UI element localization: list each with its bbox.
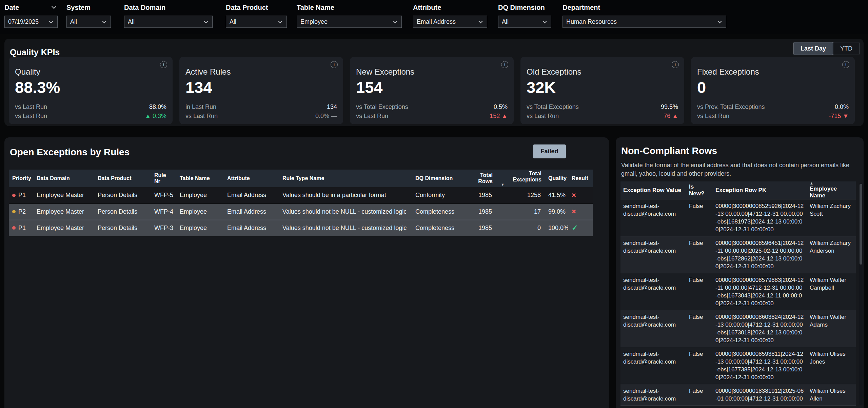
column-header-quality[interactable]: Quality bbox=[545, 170, 568, 187]
range-toggle: Last Day YTD bbox=[793, 42, 860, 55]
column-header-rule-nr[interactable]: Rule Nr bbox=[151, 170, 176, 187]
cell-is-new: False bbox=[686, 384, 713, 406]
rules-header-row: Priority Data Domain Data Product Rule N… bbox=[9, 170, 593, 187]
filter-label: Attribute bbox=[413, 3, 487, 12]
noncompliant-row[interactable]: sendmail-test-discard@oracle.com False 0… bbox=[620, 310, 856, 347]
info-icon[interactable]: i bbox=[331, 61, 338, 68]
cell-exception-row-pk: 00000|300000008579883|2024-12-11 00:00:0… bbox=[713, 273, 807, 310]
cell-rule-type-name: Values should not be NULL - customized l… bbox=[279, 203, 412, 220]
info-icon[interactable]: i bbox=[501, 61, 508, 68]
rule-row[interactable]: P1 Employee Master Person Details WFP-5 … bbox=[9, 187, 593, 203]
noncompliant-row[interactable]: sendmail-test-discard@oracle.com False 0… bbox=[620, 273, 856, 310]
noncompliant-row[interactable]: sendmail-test-discard@oracle.com False 0… bbox=[620, 199, 856, 236]
chevron-down-icon bbox=[102, 19, 106, 23]
filter-dropdown[interactable]: Email Address bbox=[413, 16, 487, 28]
filter-selected-value: 07/19/2025 bbox=[8, 18, 39, 25]
chevron-down-icon bbox=[393, 19, 397, 23]
cell-total-exceptions: 17 bbox=[496, 203, 545, 220]
filter-block: Date 07/19/2025 bbox=[4, 3, 58, 28]
kpi-card-row: i Quality 88.3% vs Last Run 88.0% vs Las… bbox=[9, 57, 855, 124]
cell-exception-row-value: sendmail-test-discard@oracle.com bbox=[620, 236, 686, 273]
column-header-priority[interactable]: Priority bbox=[9, 170, 33, 187]
column-header-exception-row-pk[interactable]: Exception Row PK bbox=[713, 181, 807, 199]
cell-total-rows: 1985 bbox=[465, 203, 496, 220]
rule-row[interactable]: P1 Employee Master Person Details WFP-3 … bbox=[9, 220, 593, 236]
noncompliant-header-row: Exception Row Value Is New? Exception Ro… bbox=[620, 181, 856, 199]
filter-block: Table Name Employee bbox=[297, 3, 402, 28]
kpi-meta: in Last Run 134 vs Last Run 0.0% — bbox=[185, 102, 337, 121]
filter-dropdown[interactable]: 07/19/2025 bbox=[4, 16, 58, 28]
info-icon[interactable]: i bbox=[160, 61, 167, 68]
column-header-is-new[interactable]: Is New? bbox=[686, 181, 713, 199]
filter-selected-value: All bbox=[502, 18, 509, 25]
scrollbar-thumb[interactable] bbox=[860, 184, 862, 265]
sort-asc-icon: ▲ bbox=[810, 181, 853, 185]
column-header-exception-row-value[interactable]: Exception Row Value bbox=[620, 181, 686, 199]
chevron-down-icon bbox=[278, 19, 282, 23]
cell-result: ✓ bbox=[568, 220, 593, 236]
ytd-button[interactable]: YTD bbox=[833, 42, 860, 55]
chevron-down-icon bbox=[204, 19, 208, 23]
column-header-employee-name[interactable]: ▲ Employee Name bbox=[807, 181, 856, 199]
filter-dropdown[interactable]: All bbox=[498, 16, 551, 28]
cell-data-product: Person Details bbox=[94, 203, 151, 220]
noncompliant-row[interactable]: sendmail-test-discard@oracle.com False 0… bbox=[620, 347, 856, 384]
column-header-table-name[interactable]: Table Name bbox=[176, 170, 224, 187]
cell-employee-name: William Walter Adams bbox=[807, 310, 856, 347]
noncompliant-row[interactable]: sendmail-test-discard@oracle.com False 0… bbox=[620, 384, 856, 406]
column-header-rule-type-name[interactable]: Rule Type Name bbox=[279, 170, 412, 187]
cell-data-product: Person Details bbox=[94, 220, 151, 236]
info-icon[interactable]: i bbox=[672, 61, 679, 68]
noncompliant-row[interactable]: sendmail-test-discard@oracle.com False 0… bbox=[620, 236, 856, 273]
priority-label: P1 bbox=[18, 192, 26, 199]
priority-dot bbox=[12, 226, 16, 230]
filter-label: Data Product bbox=[226, 3, 287, 12]
sort-desc-icon: ▼ bbox=[499, 183, 541, 186]
cell-exception-row-value: sendmail-test-discard@oracle.com bbox=[620, 384, 686, 406]
cell-exception-row-pk: 00000|300000008596451|2024-12-11 00:00:0… bbox=[713, 236, 807, 273]
cell-rule-nr: WFP-4 bbox=[151, 203, 176, 220]
chevron-down-icon[interactable] bbox=[52, 4, 56, 9]
cell-is-new: False bbox=[686, 199, 713, 236]
cell-employee-name: William Zachary Anderson bbox=[807, 236, 856, 273]
column-header-total-exceptions[interactable]: Total Exceptions ▼ bbox=[496, 170, 545, 187]
column-header-dq-dimension[interactable]: DQ Dimension bbox=[412, 170, 465, 187]
filter-selected-value: All bbox=[128, 18, 135, 25]
filter-label: Date bbox=[4, 3, 58, 12]
open-exceptions-panel: Open Exceptions by Rules Failed Priority… bbox=[4, 137, 609, 408]
filter-selected-value: All bbox=[70, 18, 77, 25]
vertical-scrollbar[interactable] bbox=[859, 183, 863, 405]
kpi-meta-value: 88.0% bbox=[149, 102, 166, 112]
kpi-meta-label: vs Last Run bbox=[15, 112, 47, 121]
chevron-down-icon bbox=[49, 19, 53, 23]
info-icon[interactable]: i bbox=[842, 61, 849, 68]
filter-dropdown[interactable]: Employee bbox=[297, 16, 402, 28]
cell-table-name: Employee bbox=[176, 203, 224, 220]
column-header-attribute[interactable]: Attribute bbox=[224, 170, 279, 187]
kpi-value: 134 bbox=[185, 78, 337, 97]
cell-attribute: Email Address bbox=[224, 203, 279, 220]
section-description: Validate the format of the email address… bbox=[621, 161, 859, 178]
kpi-meta-value: 0.0% bbox=[835, 102, 849, 112]
filter-label-text: Department bbox=[563, 4, 600, 12]
cell-is-new: False bbox=[686, 347, 713, 384]
filter-dropdown[interactable]: Human Resources bbox=[563, 16, 726, 28]
filter-dropdown[interactable]: All bbox=[66, 16, 111, 28]
cell-result: × bbox=[568, 187, 593, 203]
filter-dropdown[interactable]: All bbox=[124, 16, 213, 28]
failed-filter-button[interactable]: Failed bbox=[533, 144, 566, 158]
chevron-down-icon bbox=[542, 19, 547, 23]
rule-row[interactable]: P2 Employee Master Person Details WFP-4 … bbox=[9, 203, 593, 220]
cell-exception-row-value: sendmail-test-discard@oracle.com bbox=[620, 273, 686, 310]
column-header-result[interactable]: Result bbox=[568, 170, 593, 187]
kpi-meta-value: ▲ 0.3% bbox=[145, 112, 166, 121]
column-header-data-domain[interactable]: Data Domain bbox=[33, 170, 94, 187]
column-header-total-rows[interactable]: Total Rows bbox=[465, 170, 496, 187]
last-day-button[interactable]: Last Day bbox=[793, 42, 833, 55]
kpi-meta-label: vs Last Run bbox=[697, 112, 729, 121]
filter-dropdown[interactable]: All bbox=[226, 16, 287, 28]
column-header-data-product[interactable]: Data Product bbox=[94, 170, 151, 187]
filter-label-text: System bbox=[66, 4, 91, 12]
kpi-card: i Quality 88.3% vs Last Run 88.0% vs Las… bbox=[9, 57, 173, 124]
filter-block: Department Human Resources bbox=[563, 3, 726, 28]
